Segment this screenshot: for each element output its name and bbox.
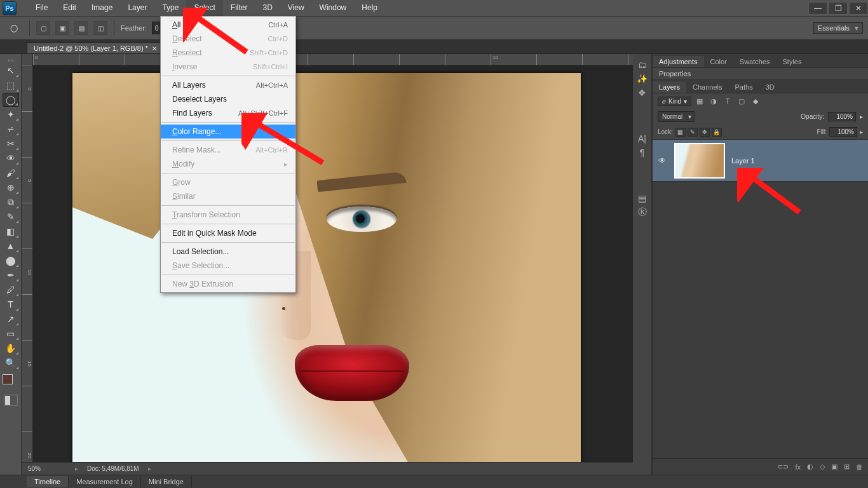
layer-thumbnail[interactable]: [674, 143, 725, 179]
menu-select[interactable]: Select: [186, 0, 222, 16]
menu-item-all-layers[interactable]: All LayersAlt+Ctrl+A: [161, 78, 295, 92]
layer-row[interactable]: 👁 Layer 1: [653, 140, 868, 182]
panel-tab-3d[interactable]: 3D: [759, 81, 781, 93]
fill-flyout-icon[interactable]: ▸: [860, 128, 863, 135]
dock-icon[interactable]: ⓚ: [635, 205, 649, 219]
lock-icon[interactable]: ▦: [675, 128, 686, 137]
tool-17[interactable]: ↗: [3, 312, 19, 326]
ruler-origin[interactable]: [22, 54, 33, 65]
tool-6[interactable]: 👁: [3, 151, 19, 165]
doc-info-flyout-icon[interactable]: ▸: [148, 465, 151, 472]
bottom-tab-timeline[interactable]: Timeline: [27, 476, 69, 487]
panel-tab-layers[interactable]: Layers: [653, 81, 686, 93]
blend-mode-select[interactable]: Normal: [658, 111, 695, 122]
menu-layer[interactable]: Layer: [120, 0, 154, 16]
menu-item-find-layers[interactable]: Find LayersAlt+Shift+Ctrl+F: [161, 106, 295, 120]
foreground-color-swatch[interactable]: [3, 374, 13, 384]
panel-tab-adjustments[interactable]: Adjustments: [653, 56, 704, 67]
bottom-tab-mini-bridge[interactable]: Mini Bridge: [141, 476, 192, 487]
menu-help[interactable]: Help: [354, 0, 385, 16]
add-selection-mode[interactable]: ▣: [55, 21, 69, 35]
panel-footer-icon[interactable]: fx: [795, 463, 801, 471]
panel-footer-icon[interactable]: ⊂⊃: [777, 463, 789, 471]
zoom-flyout-icon[interactable]: ▸: [75, 465, 78, 472]
menu-file[interactable]: File: [28, 0, 55, 16]
tool-0[interactable]: ↖: [3, 64, 19, 78]
tool-8[interactable]: ⊕: [3, 180, 19, 194]
panel-tab-styles[interactable]: Styles: [776, 56, 808, 67]
dock-icon[interactable]: ¶: [635, 146, 649, 159]
layer-filter-kind[interactable]: ℯ Kind ▾: [658, 97, 691, 106]
properties-panel-header[interactable]: Properties: [653, 68, 868, 79]
document-tab[interactable]: Untitled-2 @ 50% (Layer 1, RGB/8) * ✕: [27, 43, 164, 53]
maximize-button[interactable]: ❐: [829, 2, 848, 15]
document-canvas[interactable]: [72, 73, 581, 475]
tool-11[interactable]: ◧: [3, 224, 19, 238]
bottom-tab-measurement-log[interactable]: Measurement Log: [69, 476, 141, 487]
zoom-level[interactable]: 50%: [28, 465, 66, 472]
panel-tab-swatches[interactable]: Swatches: [733, 56, 776, 67]
tool-1[interactable]: ⬚: [3, 78, 19, 92]
panel-tab-paths[interactable]: Paths: [729, 81, 759, 93]
workspace-switcher[interactable]: Essentials: [813, 22, 863, 34]
fill-input[interactable]: [829, 127, 857, 137]
tool-14[interactable]: ✒: [3, 268, 19, 282]
close-icon[interactable]: ✕: [152, 45, 157, 52]
opacity-input[interactable]: [828, 112, 856, 121]
panel-footer-icon[interactable]: ⊞: [844, 463, 850, 471]
tool-7[interactable]: 🖌: [3, 166, 19, 180]
layer-filter-icon[interactable]: ▦: [694, 96, 705, 106]
menu-edit[interactable]: Edit: [55, 0, 84, 16]
panel-footer-icon[interactable]: 🗑: [856, 463, 863, 471]
tool-2[interactable]: ◯: [3, 93, 19, 107]
menu-type[interactable]: Type: [154, 0, 186, 16]
tool-13[interactable]: ⬤: [3, 254, 19, 268]
menu-view[interactable]: View: [280, 0, 312, 16]
minimize-button[interactable]: —: [808, 2, 827, 15]
lock-icon[interactable]: ✎: [688, 128, 698, 137]
visibility-toggle-icon[interactable]: 👁: [656, 156, 668, 165]
layer-filter-icon[interactable]: ◑: [708, 96, 719, 106]
layer-name[interactable]: Layer 1: [731, 157, 755, 165]
lock-icon[interactable]: ✥: [700, 128, 710, 137]
layer-filter-icon[interactable]: ◆: [750, 96, 761, 106]
layer-filter-icon[interactable]: ▢: [736, 96, 747, 106]
tool-3[interactable]: ✦: [3, 107, 19, 121]
tool-19[interactable]: ✋: [3, 341, 19, 355]
dock-icon[interactable]: 🗂: [635, 58, 649, 72]
lock-icon[interactable]: 🔒: [712, 128, 722, 137]
new-selection-mode[interactable]: ▢: [36, 21, 50, 35]
menu-item-edit-in-quick-mask-mode[interactable]: Edit in Quick Mask Mode: [161, 226, 295, 240]
menu-item-deselect-layers[interactable]: Deselect Layers: [161, 92, 295, 106]
subtract-selection-mode[interactable]: ▤: [74, 21, 88, 35]
tool-9[interactable]: ⧉: [3, 195, 19, 209]
tool-10[interactable]: ✎: [3, 210, 19, 224]
tool-12[interactable]: ▲: [3, 239, 19, 253]
menu-3d[interactable]: 3D: [255, 0, 280, 16]
panel-tab-color[interactable]: Color: [704, 56, 733, 67]
menu-window[interactable]: Window: [312, 0, 355, 16]
close-button[interactable]: ✕: [849, 2, 868, 15]
dock-icon[interactable]: A|: [635, 132, 649, 146]
tool-5[interactable]: ✂: [3, 137, 19, 151]
dock-icon[interactable]: ❖: [635, 86, 649, 100]
tool-20[interactable]: 🔍: [3, 356, 19, 370]
tool-4[interactable]: ⩫: [3, 122, 19, 136]
menu-item-color-range[interactable]: Color Range...: [161, 125, 295, 139]
ruler-vertical[interactable]: 05101520: [22, 65, 33, 475]
tool-15[interactable]: 🖊: [3, 283, 19, 297]
panel-footer-icon[interactable]: ▣: [831, 463, 837, 471]
opacity-flyout-icon[interactable]: ▸: [860, 113, 863, 120]
ruler-horizontal[interactable]: 05101520: [33, 54, 633, 65]
menu-filter[interactable]: Filter: [223, 0, 255, 16]
dock-icon[interactable]: ▤: [635, 191, 649, 205]
menu-item-all[interactable]: AllCtrl+A: [161, 18, 295, 32]
tool-16[interactable]: T: [3, 297, 19, 311]
panel-grip-icon[interactable]: ▸◂: [0, 57, 21, 63]
tool-18[interactable]: ▭: [3, 327, 19, 341]
layer-filter-icon[interactable]: T: [722, 96, 733, 106]
dock-icon[interactable]: ✨: [635, 72, 649, 86]
menu-item-load-selection[interactable]: Load Selection...: [161, 245, 295, 259]
intersect-selection-mode[interactable]: ◫: [93, 21, 107, 35]
color-swatches[interactable]: [3, 374, 19, 391]
